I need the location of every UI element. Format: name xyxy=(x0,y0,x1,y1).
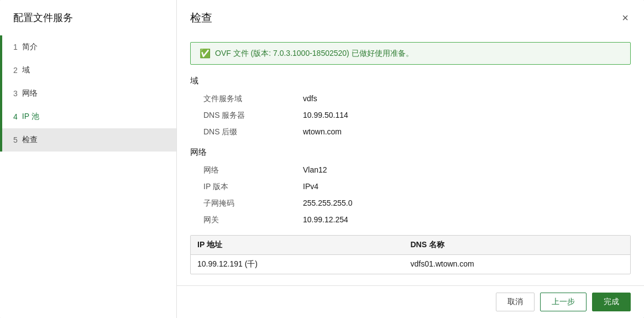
info-row-dns-server: DNS 服务器 10.99.50.114 xyxy=(190,107,631,124)
sidebar-item-ippool[interactable]: 4 IP 池 xyxy=(0,105,176,128)
prev-button[interactable]: 上一步 xyxy=(540,293,587,311)
dialog-footer: 取消 上一步 完成 xyxy=(177,285,644,318)
info-row-ip-version: IP 版本 IPv4 xyxy=(190,179,631,195)
sidebar-item-network[interactable]: 3 网络 xyxy=(0,82,176,105)
sidebar-title: 配置文件服务 xyxy=(0,11,176,35)
sidebar-bar-2 xyxy=(0,59,2,82)
step-num-2: 2 xyxy=(13,66,18,75)
step-label-1: 简介 xyxy=(22,42,38,52)
section-title-network: 网络 xyxy=(190,147,631,158)
dialog-body: 配置文件服务 1 简介 2 域 3 网络 4 IP 池 xyxy=(0,0,644,318)
step-label-2: 域 xyxy=(22,65,30,75)
label-file-domain: 文件服务域 xyxy=(203,94,303,104)
info-row-dns-suffix: DNS 后缀 wtown.com xyxy=(190,124,631,140)
sidebar-bar-3 xyxy=(0,82,2,105)
sidebar-item-intro[interactable]: 1 简介 xyxy=(0,35,176,59)
value-subnet: 255.255.255.0 xyxy=(303,199,353,207)
notice-text: OVF 文件 (版本: 7.0.3.1000-18502520) 已做好使用准备… xyxy=(215,49,413,59)
main-header: 检查 × xyxy=(177,0,644,33)
label-gateway: 网关 xyxy=(203,215,303,225)
info-row-subnet: 子网掩码 255.255.255.0 xyxy=(190,195,631,212)
label-subnet: 子网掩码 xyxy=(203,199,303,208)
value-gateway: 10.99.12.254 xyxy=(303,215,348,224)
main-content: 检查 × ✅ OVF 文件 (版本: 7.0.3.1000-18502520) … xyxy=(177,0,644,318)
sidebar-item-review[interactable]: 5 检查 xyxy=(0,128,176,152)
label-network: 网络 xyxy=(203,165,303,175)
close-button[interactable]: × xyxy=(620,10,631,25)
table-header-dns: DNS 名称 xyxy=(411,240,624,250)
label-ip-version: IP 版本 xyxy=(203,182,303,192)
value-file-domain: vdfs xyxy=(303,94,317,103)
table-cell-ip: 10.99.12.191 (千) xyxy=(197,259,411,269)
step-label-5: 检查 xyxy=(22,135,38,145)
step-num-1: 1 xyxy=(13,43,18,51)
value-network: Vlan12 xyxy=(303,165,327,174)
value-ip-version: IPv4 xyxy=(303,182,318,191)
step-label-4: IP 池 xyxy=(22,112,39,122)
step-label-3: 网络 xyxy=(22,88,38,98)
ip-table-header: IP 地址 DNS 名称 xyxy=(191,236,630,255)
table-row: 10.99.12.191 (千) vdfs01.wtown.com xyxy=(191,255,630,274)
label-dns-server: DNS 服务器 xyxy=(203,111,303,121)
main-scroll-area[interactable]: ✅ OVF 文件 (版本: 7.0.3.1000-18502520) 已做好使用… xyxy=(177,33,644,285)
ip-table: IP 地址 DNS 名称 10.99.12.191 (千) vdfs01.wto… xyxy=(190,235,631,274)
info-row-file-domain: 文件服务域 vdfs xyxy=(190,91,631,107)
sidebar-bar-4 xyxy=(0,105,2,128)
success-notice: ✅ OVF 文件 (版本: 7.0.3.1000-18502520) 已做好使用… xyxy=(190,42,631,65)
step-num-5: 5 xyxy=(13,135,18,144)
value-dns-suffix: wtown.com xyxy=(303,127,342,136)
check-circle-icon: ✅ xyxy=(200,48,211,59)
step-num-3: 3 xyxy=(13,89,18,98)
step-num-4: 4 xyxy=(13,112,18,121)
table-cell-dns: vdfs01.wtown.com xyxy=(411,259,624,269)
table-header-ip: IP 地址 xyxy=(197,240,411,250)
section-title-domain: 域 xyxy=(190,76,631,86)
sidebar-bar xyxy=(0,35,2,59)
value-dns-server: 10.99.50.114 xyxy=(303,111,348,119)
page-title: 检查 xyxy=(190,11,212,25)
sidebar: 配置文件服务 1 简介 2 域 3 网络 4 IP 池 xyxy=(0,0,177,318)
sidebar-item-domain[interactable]: 2 域 xyxy=(0,59,176,82)
cancel-button[interactable]: 取消 xyxy=(496,293,535,311)
info-row-network: 网络 Vlan12 xyxy=(190,162,631,179)
info-row-gateway: 网关 10.99.12.254 xyxy=(190,212,631,228)
label-dns-suffix: DNS 后缀 xyxy=(203,127,303,137)
dialog: 配置文件服务 1 简介 2 域 3 网络 4 IP 池 xyxy=(0,0,644,318)
finish-button[interactable]: 完成 xyxy=(592,293,631,311)
sidebar-bar-5 xyxy=(0,128,2,152)
